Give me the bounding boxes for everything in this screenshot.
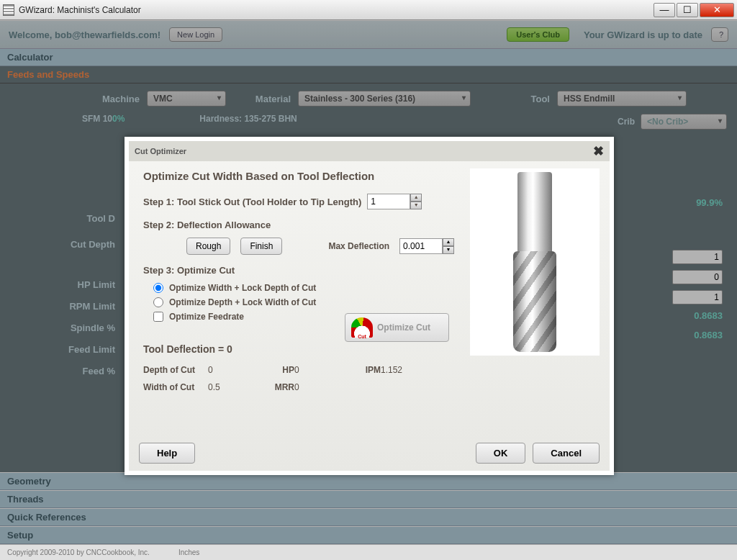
- width-of-cut-value: 0.5: [208, 382, 251, 392]
- hp-value: 0: [294, 365, 338, 375]
- footer: Copyright 2009-2010 by CNCCookbook, Inc.…: [0, 544, 737, 560]
- rpm-limit-input[interactable]: [672, 270, 723, 284]
- mrr-label: MRR: [251, 382, 294, 392]
- app-icon: [3, 4, 14, 16]
- copyright: Copyright 2009-2010 by CNCCookbook, Inc.: [7, 548, 150, 556]
- optimize-cut-button-label: Optimize Cut: [377, 322, 430, 333]
- rpm-limit-label: RPM Limit: [14, 301, 115, 322]
- results-grid: Depth of Cut 0 HP 0 IPM 1.152 Width of C…: [143, 365, 595, 392]
- finish-button[interactable]: Finish: [240, 238, 282, 255]
- tool-combo[interactable]: HSS Endmill: [557, 91, 687, 107]
- close-button[interactable]: ✕: [700, 3, 734, 17]
- spindle-input[interactable]: [672, 290, 723, 304]
- stickout-up[interactable]: ▲: [410, 194, 422, 202]
- right-values: 99.9% 0.8683 0.8683: [636, 177, 723, 349]
- feed-limit-label: Feed Limit: [14, 344, 115, 366]
- max-deflection-input[interactable]: [399, 238, 443, 254]
- machine-combo[interactable]: VMC: [147, 91, 226, 107]
- radio-optimize-width-label: Optimize Width + Lock Depth of Cut: [169, 283, 316, 293]
- feed-limit-val: 0.8683: [636, 310, 723, 321]
- cut-optimizer-dialog: Cut Optimizer ✖ Optimize Cut Width Based…: [125, 137, 614, 475]
- stickout-down[interactable]: ▼: [410, 202, 422, 209]
- optimize-cut-button[interactable]: Optimize Cut: [345, 313, 449, 342]
- section-feeds-speeds[interactable]: Feeds and Speeds: [0, 66, 737, 83]
- section-setup[interactable]: Setup: [0, 526, 737, 544]
- dialog-cancel-button[interactable]: Cancel: [533, 443, 600, 464]
- pct-999: 99.9%: [636, 197, 723, 208]
- radio-optimize-depth[interactable]: [153, 297, 163, 307]
- bottom-sections: Geometry Threads Quick References Setup: [0, 472, 737, 544]
- dialog-close-icon[interactable]: ✖: [593, 143, 604, 159]
- hardness-text: Hardness: 135-275 BHN: [199, 114, 297, 130]
- machine-label: Machine: [82, 94, 140, 104]
- max-deflection-label: Max Deflection: [328, 241, 389, 251]
- rough-button[interactable]: Rough: [186, 238, 230, 255]
- depth-of-cut-label: Depth of Cut: [143, 365, 208, 375]
- new-login-button[interactable]: New Login: [169, 27, 222, 42]
- radio-optimize-depth-label: Optimize Depth + Lock Width of Cut: [169, 297, 316, 307]
- app-window: GWizard: Machinist's Calculator — ☐ ✕ We…: [0, 0, 737, 560]
- cut-depth-label: Cut Depth: [14, 239, 115, 279]
- units: Inches: [178, 548, 199, 556]
- endmill-icon: [517, 172, 552, 352]
- depth-of-cut-value: 0: [208, 365, 251, 375]
- material-label: Material: [233, 94, 291, 104]
- crib-label: Crib: [618, 117, 635, 127]
- sfm-text: SFM 100%: [82, 114, 125, 130]
- tool-label: Tool: [492, 94, 550, 104]
- radio-optimize-width[interactable]: [153, 283, 163, 293]
- dialog-title: Cut Optimizer: [135, 147, 186, 155]
- section-calculator[interactable]: Calculator: [0, 49, 737, 66]
- spindle-label: Spindle %: [14, 322, 115, 344]
- tool-dia-label: Tool D: [14, 213, 115, 239]
- material-combo[interactable]: Stainless - 300 Series (316): [298, 91, 471, 107]
- deflect-up[interactable]: ▲: [443, 238, 454, 246]
- tool-image: [470, 168, 600, 356]
- gauge-icon: [351, 317, 373, 338]
- maximize-button[interactable]: ☐: [677, 3, 698, 17]
- feed-pct-val: 0.8683: [636, 330, 723, 340]
- help-button[interactable]: ?: [711, 27, 728, 42]
- dialog-titlebar: Cut Optimizer ✖: [129, 141, 610, 161]
- users-club-button[interactable]: User's Club: [507, 27, 569, 42]
- width-of-cut-label: Width of Cut: [143, 382, 208, 392]
- hp-limit-input[interactable]: [672, 250, 723, 264]
- stickout-input[interactable]: [367, 194, 410, 209]
- mrr-value: 0: [294, 382, 338, 392]
- feed-pct-label: Feed %: [14, 366, 115, 387]
- hp-limit-label: HP Limit: [14, 279, 115, 301]
- titlebar: GWizard: Machinist's Calculator — ☐ ✕: [0, 0, 737, 20]
- step1-label: Step 1: Tool Stick Out (Tool Holder to T…: [143, 197, 361, 207]
- section-threads[interactable]: Threads: [0, 490, 737, 508]
- minimize-button[interactable]: —: [654, 3, 675, 17]
- ipm-value: 1.152: [381, 365, 424, 375]
- checkbox-optimize-feedrate-label: Optimize Feedrate: [169, 312, 244, 322]
- left-labels: Tool D Cut Depth HP Limit RPM Limit Spin…: [14, 213, 115, 387]
- welcome-bar: Welcome, bob@thewarfields.com! New Login…: [0, 20, 737, 49]
- dialog-ok-button[interactable]: OK: [476, 443, 526, 464]
- ipm-label: IPM: [338, 365, 381, 375]
- section-quickref[interactable]: Quick References: [0, 508, 737, 526]
- window-title: GWizard: Machinist's Calculator: [19, 5, 654, 15]
- welcome-text: Welcome, bob@thewarfields.com!: [9, 30, 160, 40]
- deflect-down[interactable]: ▼: [443, 246, 454, 254]
- checkbox-optimize-feedrate[interactable]: [153, 312, 163, 322]
- crib-combo[interactable]: <No Crib>: [641, 114, 727, 130]
- update-status: Your GWizard is up to date: [584, 30, 702, 40]
- hp-label: HP: [251, 365, 294, 375]
- dialog-help-button[interactable]: Help: [139, 443, 195, 464]
